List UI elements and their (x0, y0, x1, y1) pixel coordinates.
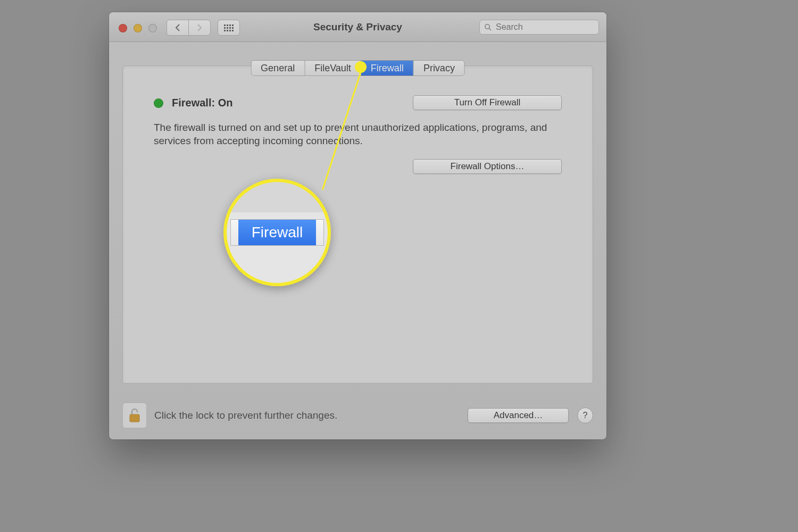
svg-rect-4 (130, 418, 139, 419)
lock-button[interactable] (122, 403, 147, 428)
firewall-status-label: Firewall: On (172, 97, 232, 109)
annotation-anchor-dot (355, 61, 367, 73)
preferences-window: Security & Privacy Firewall: On The fire… (109, 12, 606, 439)
tab-firewall[interactable]: Firewall (361, 61, 413, 76)
search-input[interactable] (495, 22, 594, 32)
svg-rect-5 (130, 420, 139, 421)
tab-privacy[interactable]: Privacy (413, 61, 464, 76)
svg-rect-3 (130, 415, 139, 417)
magnifier-tab-strip: Firewall (230, 219, 324, 246)
status-indicator-icon (154, 98, 163, 108)
firewall-options-button[interactable]: Firewall Options… (413, 159, 562, 174)
unlocked-padlock-icon (128, 408, 141, 423)
tab-general[interactable]: General (251, 61, 304, 76)
help-button[interactable]: ? (577, 408, 593, 423)
magnifier-firewall-tab: Firewall (238, 220, 316, 245)
turn-off-firewall-button[interactable]: Turn Off Firewall (413, 95, 562, 110)
lock-hint-text: Click the lock to prevent further change… (154, 410, 337, 421)
firewall-status: Firewall: On (154, 97, 232, 109)
content-panel: Firewall: On The firewall is turned on a… (122, 65, 593, 384)
annotation-magnifier: Firewall (223, 179, 331, 286)
tab-filevault[interactable]: FileVault (304, 61, 361, 76)
titlebar: Security & Privacy (109, 12, 606, 42)
svg-line-1 (489, 28, 491, 30)
footer: Click the lock to prevent further change… (122, 398, 593, 433)
search-icon (484, 23, 492, 31)
svg-point-0 (485, 24, 489, 29)
firewall-description: The firewall is turned on and set up to … (154, 121, 550, 147)
advanced-button[interactable]: Advanced… (468, 408, 569, 423)
search-field[interactable] (479, 20, 599, 35)
